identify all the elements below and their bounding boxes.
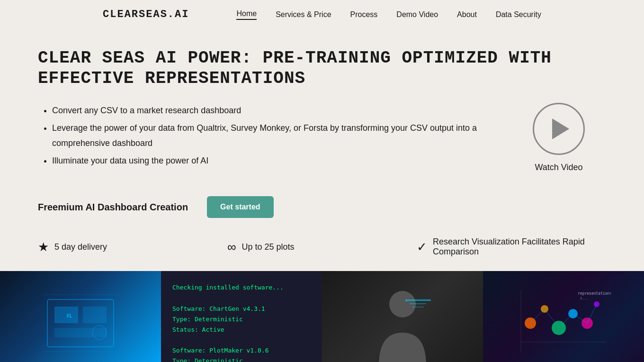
feature-plots: ∞ Up to 25 plots [227, 240, 417, 254]
feature-plots-text: Up to 25 plots [242, 242, 295, 252]
hero-content: Convert any CSV to a market research das… [38, 103, 606, 172]
svg-text:representations: representations [578, 291, 611, 296]
hero-bullet-list: Convert any CSV to a market research das… [38, 103, 483, 168]
nav-home[interactable]: Home [236, 9, 257, 20]
logo[interactable]: CLEARSEAS.AI [103, 9, 189, 20]
check-circle-icon: ✓ [417, 240, 427, 254]
infinity-icon: ∞ [227, 240, 236, 254]
play-icon [552, 118, 569, 139]
svg-point-12 [405, 299, 407, 301]
features-row: ★ 5 day delivery ∞ Up to 25 plots ✓ Rese… [0, 232, 644, 271]
terminal-display: Checking installed software... Software:… [161, 271, 322, 362]
bullet-3: Illuminate your data using the power of … [52, 153, 483, 168]
nav-services-price[interactable]: Services & Price [276, 10, 331, 19]
svg-rect-3 [54, 328, 107, 337]
hero-title: CLEAR SEAS AI POWER: PRE-TRAINING OPTIMI… [38, 48, 606, 89]
get-started-button[interactable]: Get started [207, 196, 273, 218]
person-image [322, 271, 483, 362]
feature-visualization-text: Research Visualization Facilitates Rapid… [433, 237, 606, 257]
nav-demo-video[interactable]: Demo Video [396, 10, 438, 19]
gallery-item-colorful: representations 2... [483, 271, 644, 362]
watch-video-label[interactable]: Watch Video [535, 163, 582, 172]
bullet-1: Convert any CSV to a market research das… [52, 103, 483, 118]
bullet-2: Leverage the power of your data from Qua… [52, 120, 483, 151]
svg-rect-10 [410, 303, 426, 304]
terminal-content: Checking installed software... Software:… [172, 282, 311, 362]
freemium-row: Freemium AI Dashboard Creation Get start… [0, 182, 644, 232]
svg-text:2...: 2... [580, 297, 588, 300]
feature-visualization: ✓ Research Visualization Facilitates Rap… [417, 237, 606, 257]
nav-process[interactable]: Process [350, 10, 378, 19]
svg-rect-9 [407, 299, 431, 301]
hero-bullets-container: Convert any CSV to a market research das… [38, 103, 483, 170]
hero-video-panel: Watch Video [511, 103, 606, 172]
svg-rect-11 [412, 307, 424, 308]
feature-delivery: ★ 5 day delivery [38, 240, 227, 254]
feature-delivery-text: 5 day delivery [54, 242, 107, 252]
gallery-item-terminal: Checking installed software... Software:… [161, 271, 322, 362]
hero-section: CLEAR SEAS AI POWER: PRE-TRAINING OPTIMI… [0, 29, 644, 182]
colorful-image: representations 2... [483, 271, 644, 362]
star-icon: ★ [38, 240, 49, 254]
svg-text:XL: XL [66, 313, 73, 319]
main-nav: Home Services & Price Process Demo Video… [236, 9, 541, 20]
gallery-item-tech: XL [0, 271, 161, 362]
svg-rect-2 [83, 307, 107, 323]
nav-data-security[interactable]: Data Security [496, 10, 541, 19]
gallery: XL Checking installed software... Softwa… [0, 271, 644, 362]
tech-image: XL [0, 271, 161, 362]
nav-about[interactable]: About [457, 10, 477, 19]
gallery-item-person [322, 271, 483, 362]
play-button[interactable] [533, 103, 585, 155]
site-header: CLEARSEAS.AI Home Services & Price Proce… [0, 0, 644, 29]
freemium-label: Freemium AI Dashboard Creation [38, 202, 188, 213]
